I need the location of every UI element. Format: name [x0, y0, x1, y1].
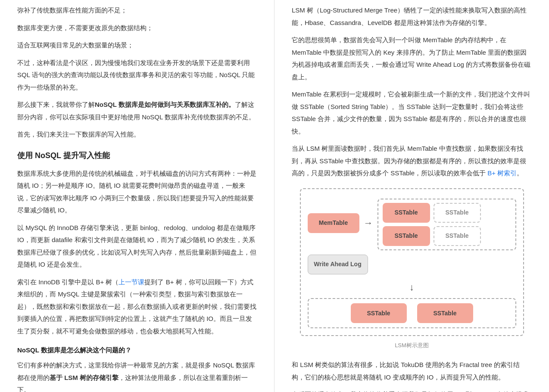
left-para1: 弥补了传统数据库在性能方面的不足； [17, 4, 257, 17]
left-para3: 适合互联网项目常见的大数据量的场景； [17, 39, 257, 52]
sstable-group-bottom: SSTable SSTable [308, 298, 516, 328]
sstable-box-5: SSTable [351, 303, 407, 323]
sstable-box-2: SSTable [434, 203, 481, 223]
left-para2: 数据库变更方便，不需要更改原先的数据结构； [17, 22, 257, 34]
right-para5: 和 LSM 树类似的算法有很多，比如说 TokuDB 使用的名为 Fractal… [292, 359, 532, 383]
left-para9: 索引在 InnoDB 引擎中是以 B+ 树（上一节课提到了 B+ 树，你可以回顾… [17, 276, 257, 338]
sstable-row-2: SSTable SSTable [383, 226, 511, 246]
left-para8: 以 MySQL 的 InnoDB 存储引擎来说，更新 binlog、redolo… [17, 222, 257, 271]
section-heading-nosql: 使用 NoSQL 提升写入性能 [17, 149, 257, 162]
right-para3: MemTable 在累积到一定规模时，它会被刷新生成一个新的文件，我们把这个文件… [292, 88, 532, 137]
left-para4: 不过，这种看法是个误区，因为慢慢地我们发现在业务开发的场景下还是需要利用 SQL… [17, 57, 257, 94]
sstable-row-3: SSTable SSTable [314, 303, 510, 323]
left-para5: 那么接下来，我就带你了解NoSQL 数据库是如何做到与关系数据库互补的。了解这部… [17, 99, 257, 123]
writeahead-box: Write Ahead Log [308, 255, 368, 274]
subheading-nosql-solve: NoSQL 数据库是怎么解决这个问题的？ [17, 344, 257, 356]
lsm-outer-box: MemTable → SSTable SSTable SSTable SSTab… [300, 188, 524, 336]
sstable-box-6: SSTable [417, 303, 473, 323]
right-para1: LSM 树（Log-Structured Merge Tree）牺牲了一定的读性… [292, 4, 532, 29]
right-para2: 它的思想很简单，数据首先会写入到一个叫做 MemTable 的内存结构中，在 M… [292, 34, 532, 83]
arrow-down-container: ↓ [308, 279, 516, 296]
sstable-box-4: SSTable [434, 226, 481, 246]
arrow-right-1: → [364, 215, 373, 232]
lsm-diagram: MemTable → SSTable SSTable SSTable SSTab… [300, 188, 524, 351]
sstable-row-1: SSTable SSTable [383, 203, 511, 223]
right-column: LSM 树（Log-Structured Merge Tree）牺牲了一定的读性… [274, 0, 549, 392]
memtable-box: MemTable [308, 213, 359, 233]
prev-lesson-link[interactable]: 上一节课 [119, 278, 144, 286]
sstable-box-1: SSTable [383, 203, 430, 223]
diagram-top-row: MemTable → SSTable SSTable SSTable SSTab… [308, 196, 516, 250]
left-column: 弥补了传统数据库在性能方面的不足； 数据库变更方便，不需要更改原先的数据结构； … [0, 0, 274, 392]
sstable-box-3: SSTable [383, 226, 430, 246]
diagram-caption: LSM树示意图 [300, 340, 524, 350]
left-para6: 首先，我们来关注一下数据库的写入性能。 [17, 128, 257, 141]
arrow-down-icon: ↓ [409, 279, 414, 296]
diagram-wal-row: Write Ahead Log [308, 255, 516, 274]
right-para4: 当从 LSM 树里面读数据时，我们首先从 MemTable 中查找数据，如果数据… [292, 143, 532, 180]
right-para6: 在后面的缓存篇中，我也将给你着重介绍我们是如何使用 KV 型 NoSQL 存储来… [292, 389, 532, 392]
sstable-group-top: SSTable SSTable SSTable SSTable [377, 199, 516, 250]
left-para7: 数据库系统大多使用的是传统的机械磁盘，对于机械磁盘的访问方式有两种：一种是随机 … [17, 168, 257, 217]
left-para10: 它们有多种的解决方式，这里我给你讲一种最常见的方案，就是很多 NoSQL 数据库… [17, 359, 257, 392]
